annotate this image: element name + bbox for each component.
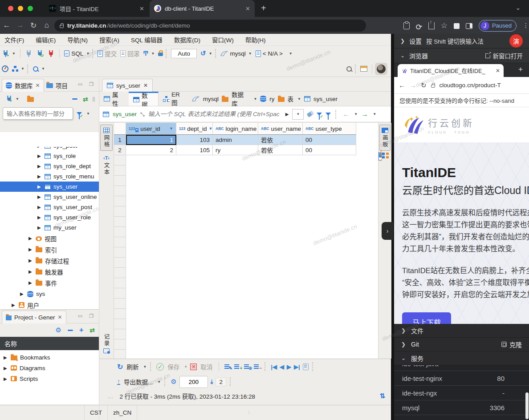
tree-item-views[interactable]: ▶视图: [0, 233, 99, 244]
browser-tab-project[interactable]: ‹t› 项目 - TitanIDE ✕: [45, 0, 149, 17]
git-section-header[interactable]: ❯ Git 克隆: [394, 338, 529, 351]
txn-history-button[interactable]: ↺▼: [199, 49, 214, 57]
tree-item-table-selected[interactable]: ▶sys_user: [0, 182, 99, 192]
fetch-all-icon[interactable]: ⤓: [211, 378, 213, 385]
service-row[interactable]: ide-test-ngx -: [394, 386, 529, 400]
cell-user-id[interactable]: 2: [126, 145, 176, 155]
apply-filter-icon[interactable]: ▶: [285, 112, 289, 117]
refresh-button[interactable]: 刷新: [126, 362, 139, 371]
reload-icon[interactable]: ↻: [27, 21, 40, 30]
new-tab-button[interactable]: +: [261, 4, 266, 12]
edit-row-icon[interactable]: ✎: [224, 364, 232, 370]
collapse-all-icon[interactable]: [72, 98, 77, 100]
column-header-user-type[interactable]: ABCuser_type: [303, 123, 356, 135]
autocommit-lock-button[interactable]: [156, 51, 165, 56]
close-icon[interactable]: ✕: [58, 314, 62, 320]
corner-cell[interactable]: [114, 123, 126, 135]
tree-item-table[interactable]: ▶sys_role_dept: [0, 161, 99, 171]
preview-reload-icon[interactable]: ↻: [421, 81, 427, 89]
maximize-window-button[interactable]: [28, 6, 33, 11]
open-new-window-button[interactable]: 新窗口打开: [485, 51, 523, 60]
cell-user-name[interactable]: 若依: [258, 135, 303, 145]
cell-dept-id[interactable]: 105: [176, 145, 213, 155]
presentation-text-tab[interactable]: ‹T›文本: [100, 153, 113, 178]
cancel-button[interactable]: 取消: [199, 362, 213, 371]
sort-icon[interactable]: ▼: [169, 126, 173, 131]
preview-back-icon[interactable]: ←: [399, 81, 405, 89]
cell-user-type[interactable]: 00: [303, 145, 356, 155]
tree-item-triggers[interactable]: ▶触发器: [0, 266, 99, 277]
menu-window[interactable]: 窗口(W): [212, 35, 234, 44]
extensions-icon[interactable]: [454, 23, 460, 29]
disconnect-button[interactable]: [45, 50, 57, 57]
preview-tab[interactable]: TitanIDE_CloudIDE_在线IDE_ ✕: [398, 64, 504, 77]
first-page-icon[interactable]: |◀: [271, 363, 277, 370]
tree-item-procedures[interactable]: ▶存储过程: [0, 255, 99, 266]
autocommit-mode-select[interactable]: Auto: [171, 49, 197, 58]
user-avatar[interactable]: [375, 63, 387, 75]
subtab-data[interactable]: 数据: [129, 92, 159, 106]
panel-minmax-buttons[interactable]: ▭ ❐: [78, 81, 96, 87]
new-connection-small-button[interactable]: + ▼: [4, 95, 21, 103]
password-key-icon[interactable]: [416, 22, 422, 29]
panel-expander-button[interactable]: ›: [382, 222, 393, 240]
service-row[interactable]: mysql 3306: [394, 400, 529, 415]
browser-section-header[interactable]: ⌄ 浏览器 新窗口打开: [394, 48, 529, 63]
column-header-dept-id[interactable]: 123dept_id▼: [176, 123, 213, 135]
delete-row-icon[interactable]: −: [254, 364, 261, 370]
browser-menu-icon[interactable]: ⋮: [523, 24, 525, 27]
tree-item-table[interactable]: ▶sys_role: [0, 151, 99, 161]
table-filter-input[interactable]: [3, 107, 73, 120]
database-label[interactable]: 数据库: [232, 90, 249, 108]
filter-icon[interactable]: [326, 113, 331, 116]
preview-url[interactable]: cloudtogo.cn/product-T: [439, 82, 501, 89]
last-page-icon[interactable]: ▶|: [294, 363, 300, 370]
menu-help[interactable]: 帮助(H): [245, 35, 266, 44]
expand-icon[interactable]: +: [79, 326, 83, 334]
cell-dept-id[interactable]: 103: [176, 135, 213, 145]
link-editor-icon[interactable]: ⇄: [83, 96, 87, 103]
tab-database[interactable]: 数据库 ✕: [2, 79, 44, 92]
next-page-icon[interactable]: ▶: [287, 363, 291, 370]
forward-icon[interactable]: →: [13, 21, 27, 30]
tab-project[interactable]: 项目: [43, 79, 71, 92]
close-tab-icon[interactable]: ✕: [245, 5, 250, 12]
eraser-icon[interactable]: [307, 111, 314, 117]
tree-item-table[interactable]: ▶sys_user_online: [0, 192, 99, 202]
tab-search-icon[interactable]: ⌄: [516, 4, 521, 11]
column-header-user-id[interactable]: 123user_id▼: [126, 123, 176, 135]
scrollbar-thumb[interactable]: [525, 392, 529, 419]
export-button[interactable]: 导出数据...: [123, 377, 154, 386]
cell-user-name[interactable]: 若依: [258, 145, 303, 155]
menu-database[interactable]: 数据库(D): [174, 35, 200, 44]
profile-chip[interactable]: J Paused: [479, 20, 517, 32]
close-tab-icon[interactable]: ✕: [139, 5, 144, 12]
prev-page-icon[interactable]: ◀: [280, 363, 284, 370]
service-row[interactable]: ide-test-nginx 80: [394, 371, 529, 386]
menu-edit[interactable]: 编辑(E): [36, 35, 56, 44]
services-section-header[interactable]: ⌄ 服务: [394, 351, 529, 365]
database-name[interactable]: ry: [269, 96, 274, 102]
more-status-icon[interactable]: …: [107, 393, 114, 400]
table-name[interactable]: sys_user: [313, 96, 338, 102]
sort-icon[interactable]: ▼: [208, 126, 212, 131]
reconnect-button[interactable]: ↻: [34, 50, 45, 57]
list-item-scripts[interactable]: ▶Scripts: [0, 373, 99, 384]
cell-user-type[interactable]: 00: [303, 135, 356, 145]
schema-select[interactable]: < N/A > ▼: [254, 50, 294, 57]
filter-save-icon[interactable]: ✓: [317, 113, 322, 116]
close-icon[interactable]: ✕: [143, 82, 148, 89]
row-number[interactable]: 1: [114, 135, 126, 145]
nav-forward-icon[interactable]: →: [361, 110, 368, 118]
download-button[interactable]: 马上下载: [402, 312, 451, 324]
search-button[interactable]: ▼: [31, 66, 47, 72]
cell-user-id[interactable]: 1: [126, 135, 176, 145]
back-icon[interactable]: ←: [0, 21, 13, 30]
table-label[interactable]: 表: [288, 94, 294, 103]
bookmark-star-icon[interactable]: ☆: [441, 21, 448, 30]
list-item-diagrams[interactable]: ▶Diagrams: [0, 363, 99, 373]
quick-search-button[interactable]: [344, 66, 354, 72]
more-options-icon[interactable]: ⣿: [92, 98, 95, 100]
files-section-header[interactable]: ❯ 文件: [394, 324, 529, 338]
refresh-icon[interactable]: ↻: [117, 363, 123, 371]
